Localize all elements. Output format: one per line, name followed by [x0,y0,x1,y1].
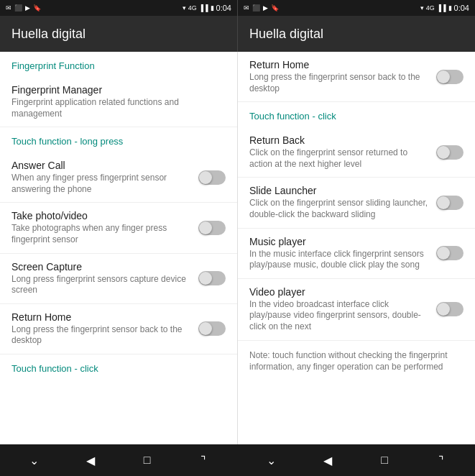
time-left: 0:04 [216,4,231,12]
nav-bar-left: ⌄ ◀ □ ⌝ [0,444,238,476]
note-text: Note: touch function without checking th… [238,341,475,383]
email-icon-right: ✉ [244,4,249,12]
setting-video-player[interactable]: Video player In the video broadcast inte… [238,279,475,341]
header-left: Huella digital [0,16,238,52]
left-panel: Fingerprint Function Fingerprint Manager… [0,52,238,444]
status-bar-left: ✉ ⬛ ▶ 🔖 ▾ 4G ▐▐ ▮ 0:04 [0,0,237,16]
setting-desc-take-photo: Take photographs when any finger press f… [11,223,193,245]
toggle-return-home-right[interactable] [436,70,464,84]
setting-desc-answer-call: When any finger press fingerprint sensor… [11,173,193,195]
setting-title-answer-call: Answer Call [11,160,193,171]
setting-title-screen-capture: Screen Capture [11,261,193,273]
signal-bars-right: ▐▐ [437,4,446,12]
setting-desc-return-home-left: Long press the fingerprint sensor back t… [11,324,193,347]
play-icon-left: ▶ [25,4,30,12]
toggle-take-photo[interactable] [198,221,226,235]
email-icon-left: ✉ [6,4,11,12]
nav-home-left[interactable]: □ [134,447,160,473]
bookmark-icon-right: 🔖 [271,4,279,12]
status-bar-right: ✉ ⬛ ▶ 🔖 ▾ 4G ▐▐ ▮ 0:04 [238,0,475,16]
setting-title-return-back: Return Back [249,134,430,146]
toggle-video-player[interactable] [436,302,464,316]
setting-title-return-home-right: Return Home [249,59,430,70]
status-right-left: ▾ 4G ▐▐ ▮ 0:04 [183,4,231,12]
nav-recent-right[interactable]: ⌝ [428,447,454,473]
toggle-slide-launcher[interactable] [436,196,464,210]
nav-bar-right: ⌄ ◀ □ ⌝ [238,444,476,476]
setting-music-player[interactable]: Music player In the music interface clic… [238,229,475,279]
toggle-return-home-left[interactable] [198,321,226,336]
right-panel: Return Home Long press the fingerprint s… [238,52,475,444]
nav-recent-left[interactable]: ⌝ [190,447,216,473]
setting-desc-return-back: Click on the fingerprint sensor returned… [249,147,430,170]
toggle-screen-capture[interactable] [198,271,226,285]
setting-title-take-photo: Take photo/video [11,210,193,221]
battery-icon-left: ▮ [211,4,214,12]
setting-desc-slide-launcher: Click on the fingerprint sensor sliding … [249,198,430,220]
setting-answer-call[interactable]: Answer Call When any finger press finger… [0,152,237,203]
setting-desc-fingerprint-manager: Fingerprint application related function… [11,97,226,119]
header-title-left: Huella digital [11,27,86,42]
section-header-touch-click-left: Touch function - click [0,354,237,380]
nav-down-right[interactable]: ⌄ [259,447,285,473]
bookmark-icon-left: 🔖 [33,4,41,12]
setting-desc-screen-capture: Long press fingerprint sensors capture d… [11,274,193,296]
setting-desc-music-player: In the music interface click fingerprint… [249,249,430,271]
setting-title-fingerprint-manager: Fingerprint Manager [11,84,226,96]
section-header-touch-click-right: Touch function - click [238,102,475,127]
setting-desc-return-home-right: Long press the fingerprint sensor back t… [249,72,430,94]
setting-title-return-home-left: Return Home [11,311,193,323]
toggle-music-player[interactable] [436,246,464,260]
setting-return-home-right[interactable]: Return Home Long press the fingerprint s… [238,52,475,102]
signal-bars-left: ▐▐ [199,4,208,12]
setting-title-music-player: Music player [249,236,430,247]
status-icons-right: ✉ ⬛ ▶ 🔖 [244,4,279,12]
section-header-fingerprint-function: Fingerprint Function [0,52,237,77]
header-title-right: Huella digital [249,27,323,42]
status-icons-left: ✉ ⬛ ▶ 🔖 [6,4,41,12]
wifi-icon-right: ▾ [420,4,424,12]
setting-slide-launcher[interactable]: Slide Launcher Click on the fingerprint … [238,178,475,228]
setting-title-slide-launcher: Slide Launcher [249,185,430,196]
nav-back-right[interactable]: ◀ [315,447,341,473]
image-icon-left: ⬛ [14,4,22,12]
nav-home-right[interactable]: □ [372,447,397,473]
app-headers: Huella digital Huella digital [0,16,475,52]
setting-fingerprint-manager[interactable]: Fingerprint Manager Fingerprint applicat… [0,77,237,127]
toggle-answer-call[interactable] [198,170,226,185]
image-icon-right: ⬛ [252,4,260,12]
section-header-long-press: Touch function - long press [0,127,237,152]
toggle-return-back[interactable] [436,145,464,160]
setting-return-back[interactable]: Return Back Click on the fingerprint sen… [238,127,475,178]
setting-return-home-left[interactable]: Return Home Long press the fingerprint s… [0,304,237,354]
signal-icon-left: 4G [188,4,197,12]
main-content: Fingerprint Function Fingerprint Manager… [0,52,475,444]
wifi-icon-left: ▾ [183,4,186,12]
nav-back-left[interactable]: ◀ [78,447,103,473]
setting-take-photo[interactable]: Take photo/video Take photographs when a… [0,203,237,253]
header-right: Huella digital [238,16,475,52]
status-bar: ✉ ⬛ ▶ 🔖 ▾ 4G ▐▐ ▮ 0:04 ✉ ⬛ ▶ 🔖 ▾ 4G ▐▐ ▮… [0,0,475,16]
nav-bars: ⌄ ◀ □ ⌝ ⌄ ◀ □ ⌝ [0,444,475,476]
setting-screen-capture[interactable]: Screen Capture Long press fingerprint se… [0,254,237,304]
time-right: 0:04 [454,4,469,12]
status-right-right: ▾ 4G ▐▐ ▮ 0:04 [420,4,469,12]
setting-desc-video-player: In the video broadcast interface click p… [249,299,430,333]
signal-icon-right: 4G [426,4,435,12]
setting-title-video-player: Video player [249,286,430,298]
play-icon-right: ▶ [263,4,268,12]
battery-icon-right: ▮ [448,4,452,12]
nav-down-left[interactable]: ⌄ [21,447,47,473]
